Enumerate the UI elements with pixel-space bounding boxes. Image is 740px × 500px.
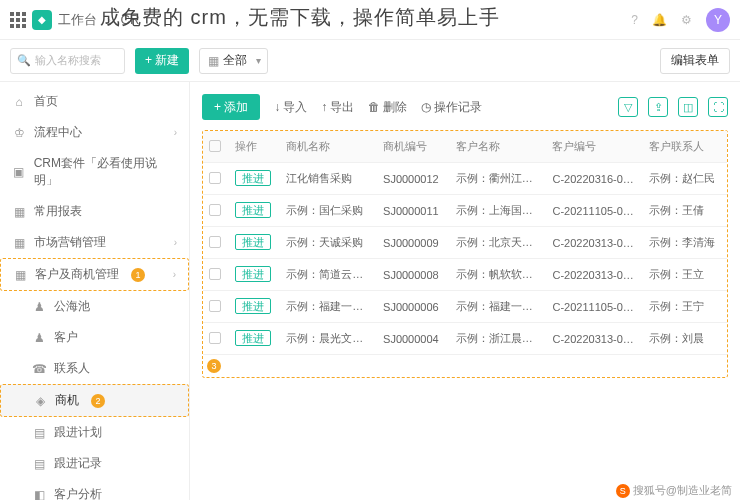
column-header[interactable]: 客户编号 xyxy=(546,131,643,163)
settings-icon[interactable]: ⚙ xyxy=(681,13,692,27)
table-row[interactable]: 推进示例：简道云采购SJ0000008示例：帆软软件有限公司C-20220313… xyxy=(203,259,727,291)
folder-icon: ▤ xyxy=(32,457,46,471)
help-icon[interactable]: ? xyxy=(631,13,638,27)
cell-cust: 示例：上海国仁有限... xyxy=(450,195,547,227)
folder-icon: ♟ xyxy=(32,300,46,314)
log-button[interactable]: ◷ 操作记录 xyxy=(421,99,482,116)
cell-cust: 示例：北京天诚软件... xyxy=(450,227,547,259)
sidebar-item[interactable]: ◈商机2 xyxy=(0,384,189,417)
sidebar-item[interactable]: ▤跟进计划 xyxy=(0,417,189,448)
share-icon[interactable]: ⇪ xyxy=(648,97,668,117)
cell-name: 示例：国仁采购 xyxy=(280,195,377,227)
sidebar: ⌂首页♔流程中心›▣CRM套件「必看使用说明」▦常用报表▦市场营销管理›▦客户及… xyxy=(0,82,190,500)
cell-contact: 示例：王立 xyxy=(643,259,727,291)
sidebar-label: 商机 xyxy=(55,392,79,409)
cell-custcode: C-20220313-0000001 xyxy=(546,259,643,291)
push-button[interactable]: 推进 xyxy=(235,266,271,282)
filter-select[interactable]: ▦ 全部 xyxy=(199,48,268,74)
sidebar-label: 公海池 xyxy=(54,298,90,315)
new-button[interactable]: + 新建 xyxy=(135,48,189,74)
table-container: 操作商机名称商机编号客户名称客户编号客户联系人 推进江化销售采购SJ000001… xyxy=(202,130,728,378)
sidebar-item[interactable]: ◧客户分析 xyxy=(0,479,189,500)
sidebar-item[interactable]: ♟客户 xyxy=(0,322,189,353)
folder-icon: ▦ xyxy=(12,236,26,250)
sidebar-item[interactable]: ⌂首页 xyxy=(0,86,189,117)
column-header[interactable]: 操作 xyxy=(229,131,281,163)
push-button[interactable]: 推进 xyxy=(235,330,271,346)
cell-name: 示例：天诚采购 xyxy=(280,227,377,259)
sidebar-label: 常用报表 xyxy=(34,203,82,220)
checkbox[interactable] xyxy=(209,268,221,280)
edit-form-button[interactable]: 编辑表单 xyxy=(660,48,730,74)
chevron-icon: › xyxy=(174,127,177,138)
table-row[interactable]: 推进江化销售采购SJ0000012示例：衢州江化集团C-20220316-000… xyxy=(203,163,727,195)
logo-icon[interactable]: ◆ xyxy=(32,10,52,30)
cell-code: SJ0000011 xyxy=(377,195,450,227)
subbar: 🔍 输入名称搜索 + 新建 ▦ 全部 编辑表单 xyxy=(0,40,740,82)
column-header[interactable]: 商机编号 xyxy=(377,131,450,163)
overlay-text: 成免费的 crm，无需下载，操作简单易上手 xyxy=(100,4,500,31)
table-row[interactable]: 推进示例：晨光文具设备...SJ0000004示例：浙江晨光文具...C-202… xyxy=(203,323,727,355)
add-button[interactable]: + 添加 xyxy=(202,94,260,120)
sidebar-label: 客户分析 xyxy=(54,486,102,500)
cell-code: SJ0000009 xyxy=(377,227,450,259)
push-button[interactable]: 推进 xyxy=(235,170,271,186)
sidebar-label: 流程中心 xyxy=(34,124,82,141)
sidebar-item[interactable]: ▦客户及商机管理1› xyxy=(0,258,189,291)
folder-icon: ▦ xyxy=(12,205,26,219)
import-button[interactable]: ↓ 导入 xyxy=(274,99,307,116)
sidebar-label: 客户 xyxy=(54,329,78,346)
folder-icon: ▣ xyxy=(12,165,26,179)
column-header[interactable] xyxy=(203,131,229,163)
table-row[interactable]: 推进示例：国仁采购SJ0000011示例：上海国仁有限...C-20211105… xyxy=(203,195,727,227)
checkbox-all[interactable] xyxy=(209,140,221,152)
checkbox[interactable] xyxy=(209,172,221,184)
search-icon: 🔍 xyxy=(17,54,31,67)
checkbox[interactable] xyxy=(209,300,221,312)
checkbox[interactable] xyxy=(209,332,221,344)
watermark: S搜狐号@制造业老简 xyxy=(616,483,732,498)
notification-icon[interactable]: 🔔 xyxy=(652,13,667,27)
sidebar-item[interactable]: ▤跟进记录 xyxy=(0,448,189,479)
breadcrumb-workspace[interactable]: 工作台 xyxy=(58,12,97,27)
export-button[interactable]: ↑ 导出 xyxy=(321,99,354,116)
app-launcher-icon[interactable] xyxy=(10,12,26,28)
filter-icon[interactable]: ▽ xyxy=(618,97,638,117)
sidebar-item[interactable]: ▦常用报表 xyxy=(0,196,189,227)
column-header[interactable]: 商机名称 xyxy=(280,131,377,163)
column-header[interactable]: 客户联系人 xyxy=(643,131,727,163)
cell-contact: 示例：李清海 xyxy=(643,227,727,259)
annotation-badge-3: 3 xyxy=(203,355,727,377)
cell-custcode: C-20211105-0000004 xyxy=(546,291,643,323)
sidebar-label: CRM套件「必看使用说明」 xyxy=(34,155,177,189)
checkbox[interactable] xyxy=(209,236,221,248)
sidebar-item[interactable]: ▦市场营销管理› xyxy=(0,227,189,258)
push-button[interactable]: 推进 xyxy=(235,298,271,314)
fullscreen-icon[interactable]: ⛶ xyxy=(708,97,728,117)
search-input[interactable]: 🔍 输入名称搜索 xyxy=(10,48,125,74)
push-button[interactable]: 推进 xyxy=(235,234,271,250)
push-button[interactable]: 推进 xyxy=(235,202,271,218)
checkbox[interactable] xyxy=(209,204,221,216)
data-table: 操作商机名称商机编号客户名称客户编号客户联系人 推进江化销售采购SJ000001… xyxy=(203,131,727,355)
sidebar-item[interactable]: ▣CRM套件「必看使用说明」 xyxy=(0,148,189,196)
table-row[interactable]: 推进示例：天诚采购SJ0000009示例：北京天诚软件...C-20220313… xyxy=(203,227,727,259)
avatar[interactable]: Y xyxy=(706,8,730,32)
cell-name: 示例：福建一高3月订单 xyxy=(280,291,377,323)
chevron-icon: › xyxy=(174,237,177,248)
sidebar-label: 客户及商机管理 xyxy=(35,266,119,283)
sidebar-item[interactable]: ☎联系人 xyxy=(0,353,189,384)
cell-contact: 示例：王宁 xyxy=(643,291,727,323)
sidebar-item[interactable]: ♔流程中心› xyxy=(0,117,189,148)
table-row[interactable]: 推进示例：福建一高3月订单SJ0000006示例：福建一高集团C-2021110… xyxy=(203,291,727,323)
delete-button[interactable]: 🗑 删除 xyxy=(368,99,407,116)
sidebar-label: 跟进计划 xyxy=(54,424,102,441)
cell-cust: 示例：福建一高集团 xyxy=(450,291,547,323)
cell-custcode: C-20220313-0000004 xyxy=(546,323,643,355)
cell-cust: 示例：浙江晨光文具... xyxy=(450,323,547,355)
sidebar-item[interactable]: ♟公海池 xyxy=(0,291,189,322)
folder-icon: ▦ xyxy=(13,268,27,282)
chart-icon[interactable]: ◫ xyxy=(678,97,698,117)
column-header[interactable]: 客户名称 xyxy=(450,131,547,163)
folder-icon: ♔ xyxy=(12,126,26,140)
